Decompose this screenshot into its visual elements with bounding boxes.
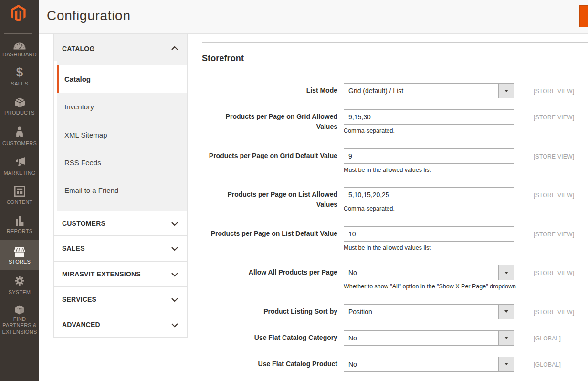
svg-text:$: $ [16, 66, 23, 78]
